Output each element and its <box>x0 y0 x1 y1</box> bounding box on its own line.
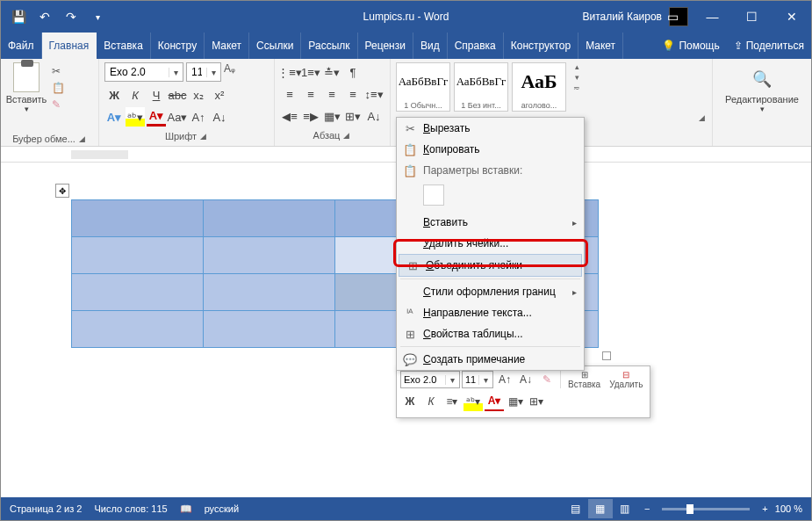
bullets-button[interactable]: ⋮≡▾ <box>280 62 299 82</box>
tab-help[interactable]: Справка <box>448 33 504 59</box>
borders-button[interactable]: ⊞▾ <box>343 106 363 126</box>
chevron-down-icon[interactable]: ▾ <box>206 68 220 77</box>
tab-home[interactable]: Главная <box>42 33 97 59</box>
text-effects-button[interactable]: A▾ <box>104 107 124 127</box>
sort-button[interactable]: A↓ <box>364 106 384 126</box>
font-color-button[interactable]: A▾ <box>147 107 166 127</box>
mt-size-combo[interactable]: ▾ <box>462 371 493 388</box>
align-right-button[interactable]: ≡ <box>322 84 341 104</box>
tab-insert[interactable]: Вставка <box>97 33 151 59</box>
close-button[interactable]: ✕ <box>772 1 811 33</box>
clipboard-launcher[interactable]: ◢ <box>77 134 87 143</box>
grow-font-button[interactable]: A↑ <box>189 107 208 127</box>
table-move-handle[interactable]: ✥ <box>55 184 69 198</box>
superscript-button[interactable]: x² <box>210 85 229 105</box>
highlight-button[interactable]: ᵃᵇ▾ <box>126 107 145 127</box>
ctx-copy[interactable]: 📋Копировать <box>397 139 584 160</box>
style-no-spacing[interactable]: АаБбВвГг1 Без инт... <box>454 62 508 112</box>
multilevel-button[interactable]: ≛▾ <box>322 62 341 82</box>
zoom-in[interactable]: + <box>762 503 767 514</box>
font-size-input[interactable] <box>187 66 206 78</box>
tab-view[interactable]: Вид <box>413 33 448 59</box>
tab-mailings[interactable]: Рассылк <box>301 33 357 59</box>
ctx-new-comment[interactable]: 💬Создать примечание <box>397 349 584 370</box>
minimize-button[interactable]: — <box>693 1 732 33</box>
zoom-slider[interactable] <box>662 508 750 510</box>
dec-indent-button[interactable]: ◀≡ <box>280 106 299 126</box>
align-left-button[interactable]: ≡ <box>280 84 299 104</box>
style-heading[interactable]: АаБаголово... <box>512 62 566 112</box>
tab-review[interactable]: Рецензи <box>358 33 413 59</box>
zoom-out[interactable]: − <box>644 503 650 514</box>
redo-icon[interactable]: ↷ <box>61 6 82 27</box>
ctx-cut[interactable]: ✂Вырезать <box>397 118 584 139</box>
mt-italic[interactable]: К <box>421 392 441 411</box>
view-web[interactable]: ▥ <box>613 499 637 518</box>
tab-table-layout[interactable]: Макет <box>578 33 623 59</box>
font-size-combo[interactable]: ▾ <box>186 62 221 82</box>
mt-shading[interactable]: ▦▾ <box>506 392 525 411</box>
ctx-merge-cells[interactable]: ⊞Объединить ячейки <box>399 254 582 277</box>
ctx-table-properties[interactable]: ⊞Свойства таблицы... <box>397 323 584 344</box>
maximize-button[interactable]: ☐ <box>732 1 772 33</box>
ctx-delete-cells[interactable]: Удалить ячейки... <box>397 233 584 254</box>
autosave-icon[interactable]: 💾 <box>8 6 29 27</box>
styles-up-icon[interactable]: ▴ <box>575 62 579 71</box>
align-center-button[interactable]: ≡ <box>301 84 320 104</box>
subscript-button[interactable]: x₂ <box>189 85 208 105</box>
mt-highlight[interactable]: ᵃᵇ▾ <box>463 392 483 411</box>
mt-shrink-font[interactable]: A↓ <box>516 370 535 389</box>
chevron-down-icon[interactable]: ▾ <box>169 68 183 77</box>
editing-button[interactable]: 🔍 Редактирование ▾ <box>718 62 806 113</box>
underline-button[interactable]: Ч <box>147 85 166 105</box>
italic-button[interactable]: К <box>126 85 145 105</box>
mt-delete-button[interactable]: ⊟Удалить <box>606 370 646 389</box>
clear-format-icon[interactable]: Aᵩ <box>224 62 240 80</box>
mt-insert-button[interactable]: ⊞Вставка <box>564 370 604 389</box>
tab-layout[interactable]: Макет <box>205 33 249 59</box>
page-indicator[interactable]: Страница 2 из 2 <box>10 503 82 514</box>
tab-references[interactable]: Ссылки <box>249 33 301 59</box>
para-launcher[interactable]: ◢ <box>341 131 351 140</box>
inc-indent-button[interactable]: ≡▶ <box>301 106 320 126</box>
mt-grow-font[interactable]: A↑ <box>495 370 514 389</box>
tab-design[interactable]: Констру <box>151 33 205 59</box>
shading-button[interactable]: ▦▾ <box>322 106 341 126</box>
styles-more-icon[interactable]: ≂ <box>573 83 580 92</box>
mt-format-painter[interactable]: ✎ <box>537 370 557 389</box>
mt-font-combo[interactable]: ▾ <box>400 371 460 388</box>
justify-button[interactable]: ≡ <box>343 84 363 104</box>
styles-launcher[interactable]: ◢ <box>697 113 707 122</box>
tab-tell-me[interactable]: 💡Помощь <box>655 33 726 59</box>
numbering-button[interactable]: 1≡▾ <box>301 62 320 82</box>
ctx-insert[interactable]: Вставить▸ <box>397 212 584 233</box>
mt-borders[interactable]: ⊞▾ <box>527 392 546 411</box>
mt-font-color[interactable]: A▾ <box>485 392 504 411</box>
language-indicator[interactable]: русский <box>205 503 239 514</box>
view-print[interactable]: ▦ <box>588 499 613 518</box>
word-count[interactable]: Число слов: 115 <box>94 503 167 514</box>
mt-bold[interactable]: Ж <box>400 392 420 411</box>
zoom-level[interactable]: 100 % <box>775 503 802 514</box>
spellcheck-icon[interactable]: 📖 <box>180 503 192 515</box>
strike-button[interactable]: abc <box>168 85 187 105</box>
shrink-font-button[interactable]: A↓ <box>210 107 229 127</box>
char-case-button[interactable]: Aa▾ <box>168 107 187 127</box>
copy-icon[interactable]: 📋 <box>49 81 68 95</box>
view-read[interactable]: ▤ <box>564 499 588 518</box>
styles-down-icon[interactable]: ▾ <box>575 73 579 82</box>
tab-share[interactable]: ⇪Поделиться <box>727 33 811 59</box>
paste-button[interactable]: Вставить ▾ <box>6 62 47 113</box>
style-normal[interactable]: АаБбВвГг1 Обычн... <box>396 62 450 112</box>
paste-option-keep-source[interactable] <box>423 185 444 206</box>
format-painter-icon[interactable]: ✎ <box>49 98 68 112</box>
font-name-input[interactable] <box>105 66 169 78</box>
ctx-text-direction[interactable]: ᴵᴬНаправление текста... <box>397 302 584 323</box>
tab-table-design[interactable]: Конструктор <box>504 33 578 59</box>
font-name-combo[interactable]: ▾ <box>104 62 183 82</box>
ribbon-options-icon[interactable]: ▭ <box>653 1 693 33</box>
undo-icon[interactable]: ↶ <box>34 6 55 27</box>
font-launcher[interactable]: ◢ <box>198 132 208 141</box>
qat-dropdown-icon[interactable]: ▾ <box>87 6 108 27</box>
mt-align[interactable]: ≡▾ <box>442 392 462 411</box>
